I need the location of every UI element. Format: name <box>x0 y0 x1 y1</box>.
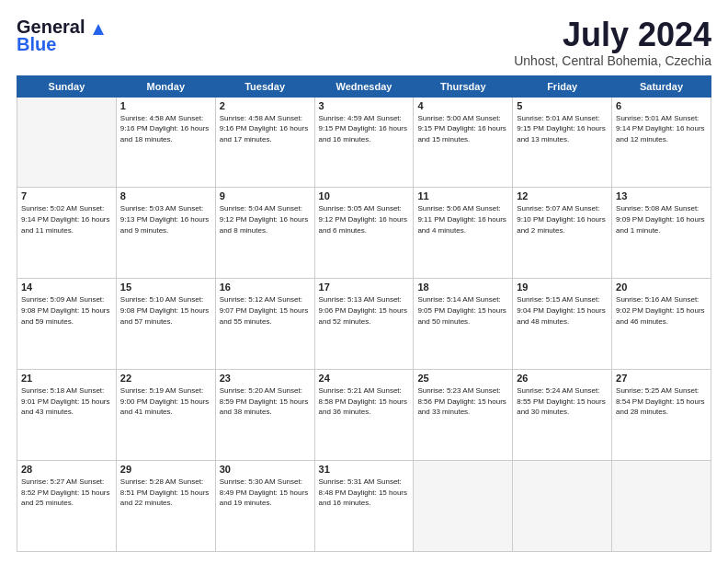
location: Unhost, Central Bohemia, Czechia <box>514 53 711 68</box>
day-info: Sunrise: 5:08 AM Sunset: 9:09 PM Dayligh… <box>616 203 707 236</box>
day-info: Sunrise: 5:19 AM Sunset: 9:00 PM Dayligh… <box>120 385 211 418</box>
day-info: Sunrise: 5:10 AM Sunset: 9:08 PM Dayligh… <box>120 294 211 327</box>
day-info: Sunrise: 5:24 AM Sunset: 8:55 PM Dayligh… <box>517 385 608 418</box>
table-row: 5Sunrise: 5:01 AM Sunset: 9:15 PM Daylig… <box>513 97 612 188</box>
day-info: Sunrise: 5:07 AM Sunset: 9:10 PM Dayligh… <box>517 203 608 236</box>
day-info: Sunrise: 5:15 AM Sunset: 9:04 PM Dayligh… <box>517 294 608 327</box>
table-row: 16Sunrise: 5:12 AM Sunset: 9:07 PM Dayli… <box>215 279 314 370</box>
day-number: 16 <box>220 282 311 293</box>
day-info: Sunrise: 4:58 AM Sunset: 9:16 PM Dayligh… <box>120 113 211 145</box>
table-row: 11Sunrise: 5:06 AM Sunset: 9:11 PM Dayli… <box>414 188 513 279</box>
table-row <box>17 97 117 188</box>
table-row: 15Sunrise: 5:10 AM Sunset: 9:08 PM Dayli… <box>116 279 215 370</box>
table-row: 2Sunrise: 4:58 AM Sunset: 9:16 PM Daylig… <box>215 97 314 188</box>
day-number: 31 <box>319 464 410 475</box>
day-number: 28 <box>21 464 112 475</box>
day-number: 17 <box>319 282 410 293</box>
day-number: 4 <box>417 100 508 111</box>
table-row: 3Sunrise: 4:59 AM Sunset: 9:15 PM Daylig… <box>314 97 414 188</box>
day-info: Sunrise: 5:09 AM Sunset: 9:08 PM Dayligh… <box>21 294 112 327</box>
day-number: 11 <box>417 190 508 201</box>
day-info: Sunrise: 5:27 AM Sunset: 8:52 PM Dayligh… <box>21 477 112 509</box>
day-info: Sunrise: 5:06 AM Sunset: 9:11 PM Dayligh… <box>417 203 508 236</box>
table-row: 12Sunrise: 5:07 AM Sunset: 9:10 PM Dayli… <box>513 188 612 279</box>
table-row: 31Sunrise: 5:31 AM Sunset: 8:48 PM Dayli… <box>314 461 414 552</box>
table-row: 1Sunrise: 4:58 AM Sunset: 9:16 PM Daylig… <box>116 97 215 188</box>
day-number: 3 <box>319 100 410 111</box>
table-row <box>414 461 513 552</box>
header: General Blue July 2024 Unhost, Central B… <box>17 17 711 68</box>
day-info: Sunrise: 5:25 AM Sunset: 8:54 PM Dayligh… <box>616 385 707 418</box>
col-wednesday: Wednesday <box>314 75 414 97</box>
table-row: 23Sunrise: 5:20 AM Sunset: 8:59 PM Dayli… <box>215 370 314 461</box>
day-info: Sunrise: 4:59 AM Sunset: 9:15 PM Dayligh… <box>319 113 410 145</box>
day-number: 21 <box>21 373 112 384</box>
day-info: Sunrise: 5:31 AM Sunset: 8:48 PM Dayligh… <box>319 477 410 509</box>
day-number: 2 <box>220 100 311 111</box>
table-row <box>513 461 612 552</box>
table-row: 18Sunrise: 5:14 AM Sunset: 9:05 PM Dayli… <box>414 279 513 370</box>
table-row <box>612 461 711 552</box>
day-info: Sunrise: 5:14 AM Sunset: 9:05 PM Dayligh… <box>417 294 508 327</box>
day-number: 19 <box>517 282 608 293</box>
day-info: Sunrise: 4:58 AM Sunset: 9:16 PM Dayligh… <box>220 113 311 145</box>
table-row: 28Sunrise: 5:27 AM Sunset: 8:52 PM Dayli… <box>17 461 117 552</box>
table-row: 25Sunrise: 5:23 AM Sunset: 8:56 PM Dayli… <box>414 370 513 461</box>
month-title: July 2024 <box>514 17 711 53</box>
day-number: 27 <box>616 373 707 384</box>
table-row: 4Sunrise: 5:00 AM Sunset: 9:15 PM Daylig… <box>414 97 513 188</box>
day-number: 22 <box>120 373 211 384</box>
calendar-header-row: Sunday Monday Tuesday Wednesday Thursday… <box>17 75 711 97</box>
col-saturday: Saturday <box>612 75 711 97</box>
table-row: 22Sunrise: 5:19 AM Sunset: 9:00 PM Dayli… <box>116 370 215 461</box>
calendar-week-row: 28Sunrise: 5:27 AM Sunset: 8:52 PM Dayli… <box>17 461 711 552</box>
day-number: 1 <box>120 100 211 111</box>
table-row: 24Sunrise: 5:21 AM Sunset: 8:58 PM Dayli… <box>314 370 414 461</box>
table-row: 13Sunrise: 5:08 AM Sunset: 9:09 PM Dayli… <box>612 188 711 279</box>
day-info: Sunrise: 5:04 AM Sunset: 9:12 PM Dayligh… <box>220 203 311 236</box>
day-info: Sunrise: 5:01 AM Sunset: 9:15 PM Dayligh… <box>517 113 608 145</box>
col-tuesday: Tuesday <box>215 75 314 97</box>
day-number: 15 <box>120 282 211 293</box>
col-thursday: Thursday <box>414 75 513 97</box>
logo-icon <box>91 22 106 37</box>
col-sunday: Sunday <box>17 75 117 97</box>
day-info: Sunrise: 5:16 AM Sunset: 9:02 PM Dayligh… <box>616 294 707 327</box>
calendar-week-row: 1Sunrise: 4:58 AM Sunset: 9:16 PM Daylig… <box>17 97 711 188</box>
col-friday: Friday <box>513 75 612 97</box>
page: General Blue July 2024 Unhost, Central B… <box>0 0 728 563</box>
day-number: 29 <box>120 464 211 475</box>
day-number: 13 <box>616 190 707 201</box>
table-row: 7Sunrise: 5:02 AM Sunset: 9:14 PM Daylig… <box>17 188 117 279</box>
day-number: 12 <box>517 190 608 201</box>
calendar-week-row: 14Sunrise: 5:09 AM Sunset: 9:08 PM Dayli… <box>17 279 711 370</box>
col-monday: Monday <box>116 75 215 97</box>
table-row: 19Sunrise: 5:15 AM Sunset: 9:04 PM Dayli… <box>513 279 612 370</box>
day-number: 6 <box>616 100 707 111</box>
table-row: 9Sunrise: 5:04 AM Sunset: 9:12 PM Daylig… <box>215 188 314 279</box>
table-row: 29Sunrise: 5:28 AM Sunset: 8:51 PM Dayli… <box>116 461 215 552</box>
table-row: 6Sunrise: 5:01 AM Sunset: 9:14 PM Daylig… <box>612 97 711 188</box>
day-info: Sunrise: 5:23 AM Sunset: 8:56 PM Dayligh… <box>417 385 508 418</box>
day-info: Sunrise: 5:28 AM Sunset: 8:51 PM Dayligh… <box>120 477 211 509</box>
day-number: 5 <box>517 100 608 111</box>
day-info: Sunrise: 5:13 AM Sunset: 9:06 PM Dayligh… <box>319 294 410 327</box>
day-number: 9 <box>220 190 311 201</box>
table-row: 30Sunrise: 5:30 AM Sunset: 8:49 PM Dayli… <box>215 461 314 552</box>
day-number: 14 <box>21 282 112 293</box>
logo: General Blue <box>17 17 106 55</box>
table-row: 17Sunrise: 5:13 AM Sunset: 9:06 PM Dayli… <box>314 279 414 370</box>
day-number: 10 <box>319 190 410 201</box>
day-info: Sunrise: 5:12 AM Sunset: 9:07 PM Dayligh… <box>220 294 311 327</box>
calendar-table: Sunday Monday Tuesday Wednesday Thursday… <box>17 75 711 552</box>
day-info: Sunrise: 5:02 AM Sunset: 9:14 PM Dayligh… <box>21 203 112 236</box>
day-number: 18 <box>417 282 508 293</box>
table-row: 21Sunrise: 5:18 AM Sunset: 9:01 PM Dayli… <box>17 370 117 461</box>
day-number: 26 <box>517 373 608 384</box>
day-info: Sunrise: 5:01 AM Sunset: 9:14 PM Dayligh… <box>616 113 707 145</box>
svg-marker-0 <box>93 24 104 35</box>
day-info: Sunrise: 5:18 AM Sunset: 9:01 PM Dayligh… <box>21 385 112 418</box>
table-row: 26Sunrise: 5:24 AM Sunset: 8:55 PM Dayli… <box>513 370 612 461</box>
day-number: 30 <box>220 464 311 475</box>
day-info: Sunrise: 5:05 AM Sunset: 9:12 PM Dayligh… <box>319 203 410 236</box>
